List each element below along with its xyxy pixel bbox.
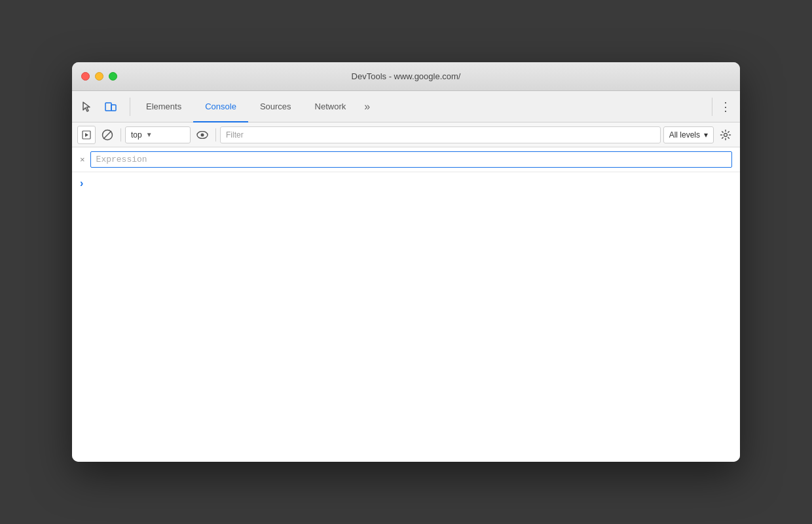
traffic-lights bbox=[81, 72, 117, 81]
tab-sources[interactable]: Sources bbox=[248, 92, 303, 122]
svg-rect-1 bbox=[105, 103, 111, 111]
live-expression-row: × bbox=[72, 147, 740, 172]
close-button[interactable] bbox=[81, 72, 90, 81]
title-bar: DevTools - www.google.com/ bbox=[72, 62, 740, 91]
tab-console[interactable]: Console bbox=[193, 92, 248, 122]
toolbar-divider-1 bbox=[120, 128, 121, 141]
inspect-element-icon[interactable] bbox=[77, 97, 97, 117]
run-snippet-button[interactable] bbox=[77, 126, 96, 144]
svg-marker-4 bbox=[85, 133, 88, 137]
log-levels-selector[interactable]: All levels ▾ bbox=[663, 126, 714, 143]
tab-divider bbox=[130, 98, 130, 116]
console-content: × › bbox=[72, 147, 740, 462]
levels-arrow-icon: ▾ bbox=[704, 130, 708, 140]
context-selector[interactable]: top ▼ bbox=[125, 126, 191, 143]
maximize-button[interactable] bbox=[109, 72, 117, 81]
prompt-chevron-icon: › bbox=[80, 178, 83, 189]
tab-divider-right bbox=[712, 98, 712, 116]
live-expressions-button[interactable] bbox=[193, 126, 212, 144]
svg-line-6 bbox=[103, 131, 111, 139]
clear-console-button[interactable] bbox=[98, 126, 117, 144]
filter-input[interactable] bbox=[220, 126, 661, 143]
tab-bar: Elements Console Sources Network » ⋮ bbox=[72, 91, 740, 122]
toolbar-divider-2 bbox=[215, 128, 216, 141]
device-toolbar-icon[interactable] bbox=[101, 97, 120, 117]
svg-marker-0 bbox=[83, 102, 90, 111]
context-arrow-icon: ▼ bbox=[146, 131, 153, 138]
tabs: Elements Console Sources Network » bbox=[134, 91, 377, 122]
close-expression-button[interactable]: × bbox=[80, 155, 85, 164]
console-toolbar: top ▼ All levels ▾ bbox=[72, 122, 740, 147]
more-tabs-button[interactable]: » bbox=[358, 91, 377, 122]
window-title: DevTools - www.google.com/ bbox=[352, 71, 461, 81]
devtools-window: DevTools - www.google.com/ Elements bbox=[72, 62, 740, 462]
settings-button[interactable] bbox=[716, 126, 735, 144]
tab-elements[interactable]: Elements bbox=[134, 92, 193, 122]
tab-icons bbox=[77, 97, 120, 117]
svg-rect-2 bbox=[111, 105, 116, 111]
svg-point-8 bbox=[201, 133, 204, 136]
minimize-button[interactable] bbox=[95, 72, 103, 81]
tab-network[interactable]: Network bbox=[303, 92, 358, 122]
console-prompt-row[interactable]: › bbox=[72, 172, 740, 195]
devtools-menu-button[interactable]: ⋮ bbox=[716, 98, 735, 116]
expression-input[interactable] bbox=[90, 151, 732, 168]
svg-point-9 bbox=[724, 133, 728, 136]
